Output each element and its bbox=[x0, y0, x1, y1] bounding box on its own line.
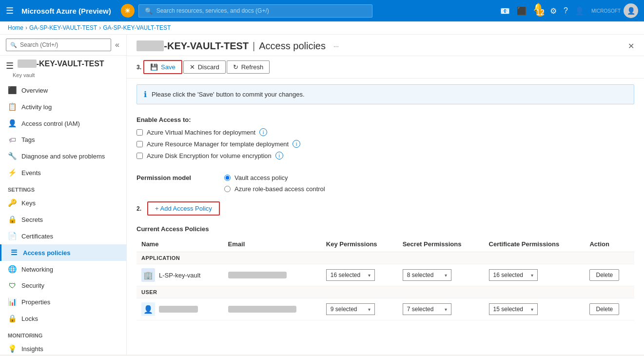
user-org: MICROSOFT bbox=[591, 8, 621, 14]
checkbox-disk: Azure Disk Encryption for volume encrypt… bbox=[137, 152, 634, 159]
more-options-btn[interactable]: ··· bbox=[333, 42, 339, 50]
sidebar-item-access-control[interactable]: 👤 Access control (IAM) bbox=[0, 115, 126, 132]
app-email-cell bbox=[223, 264, 321, 286]
disk-label: Azure Disk Encryption for volume encrypt… bbox=[147, 152, 272, 159]
arm-checkbox[interactable] bbox=[137, 141, 143, 147]
add-access-policy-button[interactable]: + Add Access Policy bbox=[147, 201, 220, 216]
sidebar-item-diagnose[interactable]: 🔧 Diagnose and solve problems bbox=[0, 148, 126, 164]
global-search[interactable]: 🔍 Search resources, services, and docs (… bbox=[138, 4, 372, 18]
col-key-perms: Key Permissions bbox=[321, 237, 398, 252]
sidebar-collapse-btn[interactable]: « bbox=[114, 40, 120, 50]
chevron-down-icon-2: ▾ bbox=[445, 273, 447, 278]
help-icon[interactable]: ? bbox=[564, 6, 568, 15]
vm-checkbox[interactable] bbox=[137, 129, 143, 136]
settings-icon[interactable]: ⚙ bbox=[550, 6, 557, 16]
search-placeholder: Search resources, services, and docs (G+… bbox=[156, 7, 269, 14]
sidebar-item-tags[interactable]: 🏷 Tags bbox=[0, 132, 126, 148]
resource-title: ■■■■-KEY-VAULT-TEST bbox=[137, 40, 249, 52]
breadcrumb: Home › GA-SP-KEY-VAULT-TEST › GA-SP-KEY-… bbox=[0, 21, 644, 35]
app-secret-perms-cell: 8 selected ▾ bbox=[398, 264, 484, 286]
table-row-application-1: 🏢 L-SP-key-vault 16 selected ▾ bbox=[137, 264, 634, 286]
disk-checkbox[interactable] bbox=[137, 153, 143, 159]
sidebar-search-input[interactable]: 🔍 Search (Ctrl+/) bbox=[6, 39, 111, 51]
feedback-icon[interactable]: 📧 bbox=[500, 6, 510, 16]
chevron-down-icon-6: ▾ bbox=[531, 307, 533, 312]
save-icon: 💾 bbox=[150, 63, 158, 71]
table-header-row: Name Email Key Permissions Secret Permis… bbox=[137, 237, 634, 252]
user-delete-button[interactable]: Delete bbox=[589, 303, 619, 315]
step-2-label: 2. bbox=[137, 205, 141, 212]
rbac-radio[interactable] bbox=[224, 186, 231, 192]
sidebar-item-access-policies[interactable]: ☰ Access policies bbox=[0, 244, 126, 261]
keys-icon: 🔑 bbox=[8, 198, 17, 207]
user-cert-perms-cell: 15 selected ▾ bbox=[484, 298, 585, 320]
save-button[interactable]: 💾 Save bbox=[143, 60, 182, 74]
disk-info-icon[interactable]: i bbox=[275, 152, 283, 159]
settings-section-label: Settings bbox=[0, 181, 126, 195]
user-key-perms-dropdown[interactable]: 9 selected ▾ bbox=[326, 303, 375, 315]
secrets-icon: 🔒 bbox=[8, 215, 17, 224]
activity-log-icon: 📋 bbox=[8, 102, 17, 111]
user-email-cell bbox=[223, 298, 321, 320]
app-cert-perms-dropdown[interactable]: 16 selected ▾ bbox=[489, 269, 538, 281]
notifications-icon[interactable]: 🔔 12 bbox=[533, 2, 543, 20]
azure-icon: ☀ bbox=[121, 4, 135, 18]
user-key-perms-cell: 9 selected ▾ bbox=[321, 298, 398, 320]
sidebar-item-keys[interactable]: 🔑 Keys bbox=[0, 195, 126, 211]
group-application: APPLICATION bbox=[137, 252, 634, 264]
user-email-blurred bbox=[228, 306, 296, 313]
sidebar-item-overview[interactable]: ⬛ Overview bbox=[0, 82, 126, 99]
search-text: Search (Ctrl+/) bbox=[20, 41, 58, 48]
user-area[interactable]: MICROSOFT 👤 bbox=[591, 3, 638, 18]
vault-policy-radio[interactable] bbox=[224, 175, 231, 181]
app-delete-button[interactable]: Delete bbox=[589, 269, 619, 281]
close-button[interactable]: ✕ bbox=[628, 41, 634, 51]
content-area: ■■■■-KEY-VAULT-TEST | Access policies ··… bbox=[127, 35, 644, 355]
arm-info-icon[interactable]: i bbox=[293, 140, 300, 148]
chevron-down-icon: ▾ bbox=[368, 273, 371, 278]
discard-button[interactable]: ✕ Discard bbox=[183, 60, 226, 74]
app-key-perms-value: 16 selected bbox=[331, 272, 360, 278]
sidebar-item-secrets[interactable]: 🔒 Secrets bbox=[0, 211, 126, 228]
sidebar-item-activity-log[interactable]: 📋 Activity log bbox=[0, 99, 126, 115]
hamburger-menu[interactable]: ☰ bbox=[6, 5, 14, 16]
user-entity-icon: 👤 bbox=[141, 302, 155, 316]
breadcrumb-home[interactable]: Home bbox=[8, 24, 23, 31]
diagnose-icon: 🔧 bbox=[8, 152, 17, 160]
sidebar-item-locks[interactable]: 🔒 Locks bbox=[0, 310, 126, 327]
user-avatar[interactable]: 👤 bbox=[624, 3, 638, 18]
app-cert-perms-cell: 16 selected ▾ bbox=[484, 264, 585, 286]
events-icon: ⚡ bbox=[8, 168, 17, 177]
sidebar-item-properties[interactable]: 📊 Properties bbox=[0, 294, 126, 310]
vm-label: Azure Virtual Machines for deployment bbox=[147, 129, 255, 136]
policy-table: Name Email Key Permissions Secret Permis… bbox=[137, 237, 634, 320]
app-entity-icon: 🏢 bbox=[141, 268, 155, 282]
top-navigation: ☰ Microsoft Azure (Preview) ☀ 🔍 Search r… bbox=[0, 0, 644, 21]
sidebar: 🔍 Search (Ctrl+/) « ☰ ■■■■-KEY-VAULT-TES… bbox=[0, 35, 127, 355]
sidebar-item-events[interactable]: ⚡ Events bbox=[0, 164, 126, 181]
tags-icon: 🏷 bbox=[8, 136, 17, 144]
search-icon-small: 🔍 bbox=[10, 42, 17, 48]
user-key-perms-value: 9 selected bbox=[331, 306, 357, 313]
refresh-button[interactable]: ↻ Refresh bbox=[227, 60, 270, 74]
user-cert-perms-dropdown[interactable]: 15 selected ▾ bbox=[489, 303, 538, 315]
user-secret-perms-dropdown[interactable]: 7 selected ▾ bbox=[403, 303, 451, 315]
rbac-label: Azure role-based access control bbox=[234, 185, 325, 193]
refresh-icon: ↻ bbox=[233, 63, 238, 71]
app-secret-perms-dropdown[interactable]: 8 selected ▾ bbox=[403, 269, 451, 281]
app-key-perms-dropdown[interactable]: 16 selected ▾ bbox=[326, 269, 375, 281]
checkbox-vm: Azure Virtual Machines for deployment i bbox=[137, 128, 634, 136]
user-icon[interactable]: 👤 bbox=[575, 6, 585, 16]
cloud-shell-icon[interactable]: ⬛ bbox=[517, 6, 527, 16]
sidebar-item-networking[interactable]: 🌐 Networking bbox=[0, 261, 126, 277]
sidebar-item-security[interactable]: 🛡 Security bbox=[0, 277, 126, 294]
group-user: USER bbox=[137, 286, 634, 298]
app-action-cell: Delete bbox=[585, 264, 634, 286]
sidebar-item-certificates[interactable]: 📄 Certificates bbox=[0, 228, 126, 244]
breadcrumb-vault[interactable]: GA-SP-KEY-VAULT-TEST bbox=[29, 24, 97, 31]
user-name-cell: 👤 bbox=[137, 298, 223, 320]
vm-info-icon[interactable]: i bbox=[259, 128, 267, 136]
user-cert-perms-value: 15 selected bbox=[493, 306, 523, 313]
sidebar-item-insights[interactable]: 💡 Insights bbox=[0, 340, 126, 355]
current-policies-section: Current Access Policies Name Email Key P… bbox=[127, 221, 644, 324]
